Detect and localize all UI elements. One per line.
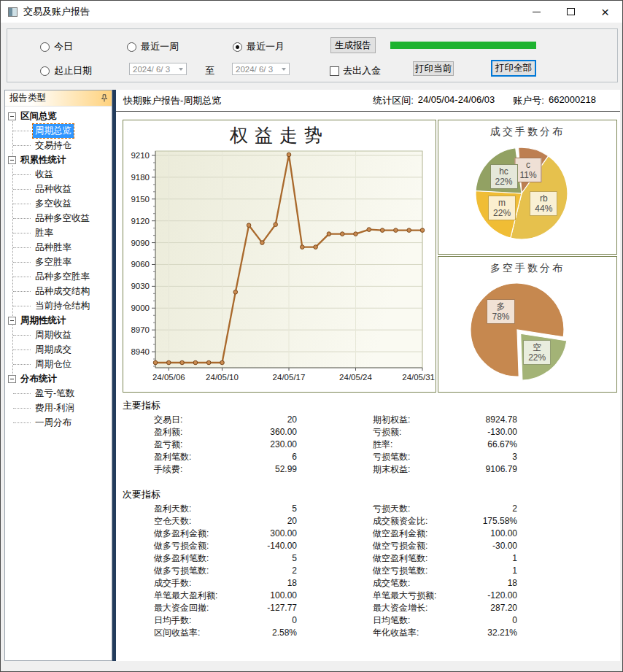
sidebar-group-label: 分布统计 — [20, 373, 57, 385]
sidebar-group-2[interactable]: 周期性统计 — [5, 313, 112, 328]
svg-text:8970: 8970 — [131, 325, 150, 334]
sidebar-item-3-2[interactable]: 一周分布 — [5, 415, 112, 430]
chevron-down-icon — [282, 68, 286, 71]
minimize-icon — [533, 12, 541, 12]
main-indicator-label: 期初权益: — [373, 414, 462, 426]
sidebar-item-2-0[interactable]: 周期收益 — [5, 328, 112, 342]
sidebar-item-0-1[interactable]: 交易持仓 — [5, 138, 112, 152]
sidebar-item-1-6[interactable]: 多空胜率 — [5, 255, 112, 269]
radio-last-month[interactable]: 最近一月 — [233, 40, 285, 53]
volume-distribution-pie-chart: 成交手数分布 c11%rb44%m22%hc22% — [438, 120, 617, 255]
pin-icon[interactable] — [101, 94, 108, 102]
sidebar-item-2-2[interactable]: 周期仓位 — [5, 357, 112, 371]
account-label: 账户号: — [513, 94, 544, 107]
svg-text:9090: 9090 — [131, 239, 150, 247]
secondary-indicator-value: 32.21% — [462, 627, 517, 639]
sidebar-item-3-1[interactable]: 费用-利润 — [5, 401, 112, 415]
title-bar: 交易及账户报告 × — [1, 1, 622, 23]
sidebar-item-label[interactable]: 品种胜率 — [33, 241, 74, 255]
main-indicators-title: 主要指标 — [123, 399, 160, 412]
sidebar-item-label[interactable]: 收益 — [33, 168, 55, 182]
collapse-icon[interactable] — [8, 375, 16, 383]
date-from-picker[interactable]: 2024/ 6/ 3 — [129, 63, 187, 75]
sidebar-item-2-1[interactable]: 周期成交 — [5, 342, 112, 357]
sidebar-item-label[interactable]: 多空胜率 — [33, 255, 74, 269]
sidebar-item-1-9[interactable]: 当前持仓结构 — [5, 298, 112, 313]
sidebar-item-label[interactable]: 费用-利润 — [33, 401, 77, 415]
sidebar-item-label[interactable]: 当前持仓结构 — [33, 299, 92, 313]
sidebar-group-0[interactable]: 区间总览 — [5, 109, 112, 123]
app-icon — [8, 7, 18, 17]
sidebar-item-1-0[interactable]: 收益 — [5, 167, 112, 182]
radio-label: 起止日期 — [54, 64, 92, 77]
main-indicator-row: 交易日:20期初权益:8924.78 — [116, 414, 620, 426]
sidebar-item-label[interactable]: 品种多空收益 — [33, 212, 92, 225]
secondary-indicator-label: 日均手数: — [154, 614, 236, 627]
sidebar-item-label[interactable]: 一周分布 — [33, 416, 74, 430]
sidebar-item-0-0[interactable]: 周期总览 — [5, 123, 112, 138]
sidebar-group-1[interactable]: 积累性统计 — [5, 152, 112, 167]
secondary-indicator-label: 做空盈利金额: — [373, 528, 462, 540]
radio-last-week[interactable]: 最近一周 — [127, 40, 179, 53]
secondary-indicator-label: 做空亏损笔数: — [373, 565, 462, 577]
sidebar-item-label[interactable]: 周期总览 — [33, 124, 74, 138]
print-all-button[interactable]: 打印全部 — [491, 60, 536, 77]
print-current-button[interactable]: 打印当前 — [413, 61, 454, 76]
sidebar-item-1-8[interactable]: 品种成交结构 — [5, 284, 112, 298]
sidebar-item-label[interactable]: 交易持仓 — [33, 139, 74, 152]
generate-report-button[interactable]: 生成报告 — [330, 37, 376, 53]
secondary-indicator-value: 2 — [236, 565, 297, 577]
maximize-button[interactable] — [554, 1, 588, 23]
secondary-indicator-label: 成交笔数: — [373, 577, 462, 590]
secondary-indicator-row: 日均手数:0日均笔数:0 — [116, 614, 620, 627]
secondary-indicator-row: 做多亏损金额:-140.00做空亏损金额:-30.00 — [116, 540, 620, 552]
radio-label: 最近一周 — [141, 40, 179, 53]
collapse-icon[interactable] — [8, 112, 16, 120]
secondary-indicator-value: 1 — [462, 552, 517, 565]
secondary-indicator-label: 单笔最大盈利额: — [154, 590, 236, 602]
main-indicator-value: 3 — [462, 451, 517, 463]
collapse-icon[interactable] — [8, 156, 16, 164]
sidebar-item-1-3[interactable]: 品种多空收益 — [5, 211, 112, 225]
sidebar-item-label[interactable]: 品种收益 — [33, 182, 74, 196]
range-label: 统计区间: — [373, 94, 414, 107]
main-indicator-label: 亏损笔数: — [373, 451, 462, 463]
date-to-picker[interactable]: 2024/ 6/ 3 — [232, 63, 290, 75]
sidebar-item-label[interactable]: 品种多空胜率 — [33, 270, 92, 284]
secondary-indicator-label: 成交额资金比: — [373, 515, 462, 528]
sidebar-item-label[interactable]: 胜率 — [33, 226, 55, 240]
sidebar-item-label[interactable]: 周期收益 — [33, 328, 74, 342]
secondary-indicator-label: 做多亏损金额: — [154, 540, 236, 552]
secondary-indicator-label: 单笔最大亏损额: — [373, 590, 462, 602]
sidebar-item-3-0[interactable]: 盈亏-笔数 — [5, 386, 112, 401]
sidebar-item-label[interactable]: 多空收益 — [33, 197, 74, 211]
secondary-indicator-value: 5 — [236, 552, 297, 565]
radio-date-range[interactable]: 起止日期 — [40, 64, 92, 77]
sidebar-item-1-2[interactable]: 多空收益 — [5, 196, 112, 211]
sidebar-item-label[interactable]: 周期成交 — [33, 343, 74, 357]
minimize-button[interactable] — [519, 1, 554, 23]
pie-slice-label-0: 多78% — [487, 299, 514, 324]
pie-chart-title: 成交手数分布 — [438, 125, 616, 139]
sidebar-item-label[interactable]: 盈亏-笔数 — [33, 387, 77, 401]
secondary-indicator-value: 100.00 — [462, 528, 517, 540]
minus-glyph — [10, 116, 14, 117]
sidebar-item-label[interactable]: 周期仓位 — [33, 358, 74, 371]
secondary-indicator-row: 单笔最大盈利额:100.00单笔最大亏损额:-120.00 — [116, 590, 620, 602]
sidebar-item-1-5[interactable]: 品种胜率 — [5, 240, 112, 255]
secondary-indicators-table: 盈利天数:5亏损天数:2空仓天数:20成交额资金比:175.58%做多盈利金额:… — [116, 503, 620, 639]
radio-label: 最近一月 — [247, 40, 285, 53]
sidebar-item-1-1[interactable]: 品种收益 — [5, 182, 112, 196]
main-indicator-value: 66.67% — [462, 439, 517, 451]
sidebar-item-1-7[interactable]: 品种多空胜率 — [5, 269, 112, 284]
sidebar-item-label[interactable]: 品种成交结构 — [33, 285, 92, 298]
secondary-indicator-value: 0 — [236, 614, 297, 627]
secondary-indicator-label: 盈利天数: — [154, 503, 236, 515]
radio-today[interactable]: 今日 — [40, 40, 73, 53]
secondary-indicator-label: 区间收益率: — [154, 627, 236, 639]
sidebar-group-3[interactable]: 分布统计 — [5, 371, 112, 386]
close-button[interactable]: × — [588, 1, 622, 23]
collapse-icon[interactable] — [8, 317, 16, 325]
exclude-deposit-checkbox[interactable]: 去出入金 — [330, 64, 381, 77]
sidebar-item-1-4[interactable]: 胜率 — [5, 225, 112, 240]
